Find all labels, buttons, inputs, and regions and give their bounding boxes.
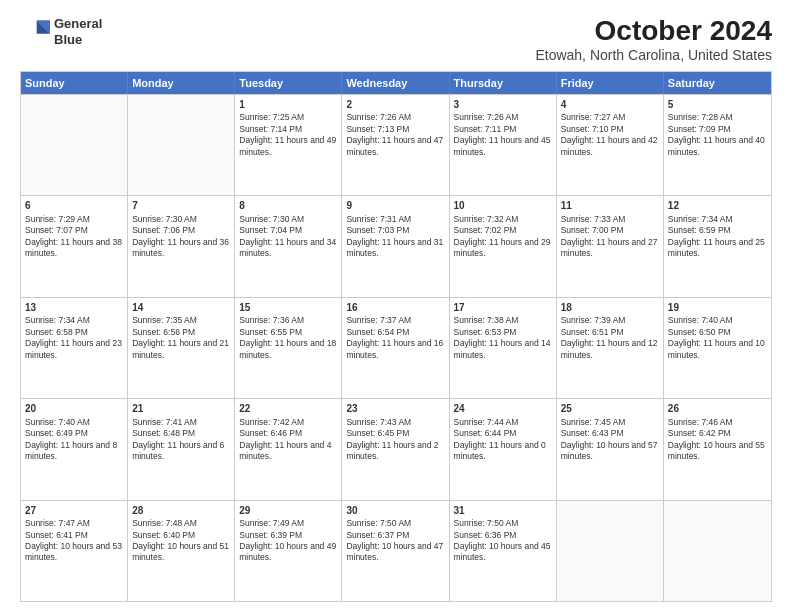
day-number: 9 (346, 199, 444, 213)
sunset: Sunset: 7:06 PM (132, 225, 230, 236)
sunrise: Sunrise: 7:50 AM (346, 518, 444, 529)
calendar-header-cell: Friday (557, 72, 664, 94)
page-subtitle: Etowah, North Carolina, United States (535, 47, 772, 63)
calendar-header-cell: Sunday (21, 72, 128, 94)
daylight: Daylight: 11 hours and 38 minutes. (25, 237, 123, 260)
sunset: Sunset: 7:07 PM (25, 225, 123, 236)
sunrise: Sunrise: 7:34 AM (25, 315, 123, 326)
daylight: Daylight: 11 hours and 18 minutes. (239, 338, 337, 361)
day-number: 19 (668, 301, 767, 315)
calendar-cell: 24Sunrise: 7:44 AMSunset: 6:44 PMDayligh… (450, 399, 557, 499)
day-number: 30 (346, 504, 444, 518)
calendar-header-cell: Monday (128, 72, 235, 94)
sunrise: Sunrise: 7:37 AM (346, 315, 444, 326)
calendar-cell: 19Sunrise: 7:40 AMSunset: 6:50 PMDayligh… (664, 298, 771, 398)
sunrise: Sunrise: 7:28 AM (668, 112, 767, 123)
sunrise: Sunrise: 7:43 AM (346, 417, 444, 428)
sunrise: Sunrise: 7:38 AM (454, 315, 552, 326)
sunrise: Sunrise: 7:45 AM (561, 417, 659, 428)
day-number: 3 (454, 98, 552, 112)
calendar-cell: 20Sunrise: 7:40 AMSunset: 6:49 PMDayligh… (21, 399, 128, 499)
sunset: Sunset: 6:59 PM (668, 225, 767, 236)
calendar-cell: 18Sunrise: 7:39 AMSunset: 6:51 PMDayligh… (557, 298, 664, 398)
daylight: Daylight: 11 hours and 14 minutes. (454, 338, 552, 361)
sunset: Sunset: 6:37 PM (346, 530, 444, 541)
sunset: Sunset: 6:40 PM (132, 530, 230, 541)
sunrise: Sunrise: 7:32 AM (454, 214, 552, 225)
sunrise: Sunrise: 7:41 AM (132, 417, 230, 428)
daylight: Daylight: 11 hours and 42 minutes. (561, 135, 659, 158)
calendar-cell: 31Sunrise: 7:50 AMSunset: 6:36 PMDayligh… (450, 501, 557, 601)
calendar-cell: 7Sunrise: 7:30 AMSunset: 7:06 PMDaylight… (128, 196, 235, 296)
calendar-cell (664, 501, 771, 601)
sunset: Sunset: 6:42 PM (668, 428, 767, 439)
daylight: Daylight: 10 hours and 49 minutes. (239, 541, 337, 564)
calendar-cell: 3Sunrise: 7:26 AMSunset: 7:11 PMDaylight… (450, 95, 557, 195)
daylight: Daylight: 11 hours and 47 minutes. (346, 135, 444, 158)
day-number: 1 (239, 98, 337, 112)
calendar-row: 27Sunrise: 7:47 AMSunset: 6:41 PMDayligh… (21, 500, 771, 601)
sunrise: Sunrise: 7:36 AM (239, 315, 337, 326)
day-number: 8 (239, 199, 337, 213)
calendar-cell: 17Sunrise: 7:38 AMSunset: 6:53 PMDayligh… (450, 298, 557, 398)
calendar-cell: 21Sunrise: 7:41 AMSunset: 6:48 PMDayligh… (128, 399, 235, 499)
daylight: Daylight: 11 hours and 23 minutes. (25, 338, 123, 361)
calendar-row: 6Sunrise: 7:29 AMSunset: 7:07 PMDaylight… (21, 195, 771, 296)
day-number: 16 (346, 301, 444, 315)
day-number: 4 (561, 98, 659, 112)
logo-icon (20, 17, 50, 47)
calendar-cell: 25Sunrise: 7:45 AMSunset: 6:43 PMDayligh… (557, 399, 664, 499)
calendar-cell: 12Sunrise: 7:34 AMSunset: 6:59 PMDayligh… (664, 196, 771, 296)
sunrise: Sunrise: 7:48 AM (132, 518, 230, 529)
day-number: 18 (561, 301, 659, 315)
page-title: October 2024 (535, 16, 772, 47)
sunrise: Sunrise: 7:46 AM (668, 417, 767, 428)
day-number: 21 (132, 402, 230, 416)
day-number: 13 (25, 301, 123, 315)
calendar-cell: 15Sunrise: 7:36 AMSunset: 6:55 PMDayligh… (235, 298, 342, 398)
sunset: Sunset: 6:56 PM (132, 327, 230, 338)
sunset: Sunset: 7:03 PM (346, 225, 444, 236)
sunset: Sunset: 6:51 PM (561, 327, 659, 338)
calendar-cell: 8Sunrise: 7:30 AMSunset: 7:04 PMDaylight… (235, 196, 342, 296)
sunset: Sunset: 7:09 PM (668, 124, 767, 135)
logo-line1: General (54, 16, 102, 32)
sunset: Sunset: 6:46 PM (239, 428, 337, 439)
sunrise: Sunrise: 7:26 AM (454, 112, 552, 123)
daylight: Daylight: 10 hours and 53 minutes. (25, 541, 123, 564)
calendar-cell: 22Sunrise: 7:42 AMSunset: 6:46 PMDayligh… (235, 399, 342, 499)
daylight: Daylight: 11 hours and 34 minutes. (239, 237, 337, 260)
calendar-body: 1Sunrise: 7:25 AMSunset: 7:14 PMDaylight… (21, 94, 771, 601)
day-number: 5 (668, 98, 767, 112)
day-number: 25 (561, 402, 659, 416)
sunrise: Sunrise: 7:35 AM (132, 315, 230, 326)
calendar-cell: 14Sunrise: 7:35 AMSunset: 6:56 PMDayligh… (128, 298, 235, 398)
calendar-header-cell: Wednesday (342, 72, 449, 94)
sunrise: Sunrise: 7:47 AM (25, 518, 123, 529)
day-number: 24 (454, 402, 552, 416)
sunset: Sunset: 7:02 PM (454, 225, 552, 236)
calendar-cell: 27Sunrise: 7:47 AMSunset: 6:41 PMDayligh… (21, 501, 128, 601)
sunset: Sunset: 7:11 PM (454, 124, 552, 135)
daylight: Daylight: 11 hours and 12 minutes. (561, 338, 659, 361)
daylight: Daylight: 10 hours and 55 minutes. (668, 440, 767, 463)
daylight: Daylight: 11 hours and 25 minutes. (668, 237, 767, 260)
calendar-cell: 28Sunrise: 7:48 AMSunset: 6:40 PMDayligh… (128, 501, 235, 601)
sunset: Sunset: 7:04 PM (239, 225, 337, 236)
sunset: Sunset: 6:53 PM (454, 327, 552, 338)
day-number: 12 (668, 199, 767, 213)
calendar-cell: 16Sunrise: 7:37 AMSunset: 6:54 PMDayligh… (342, 298, 449, 398)
sunset: Sunset: 7:14 PM (239, 124, 337, 135)
sunset: Sunset: 6:58 PM (25, 327, 123, 338)
daylight: Daylight: 11 hours and 6 minutes. (132, 440, 230, 463)
sunrise: Sunrise: 7:49 AM (239, 518, 337, 529)
calendar-cell: 26Sunrise: 7:46 AMSunset: 6:42 PMDayligh… (664, 399, 771, 499)
daylight: Daylight: 11 hours and 40 minutes. (668, 135, 767, 158)
calendar-cell: 1Sunrise: 7:25 AMSunset: 7:14 PMDaylight… (235, 95, 342, 195)
sunset: Sunset: 6:41 PM (25, 530, 123, 541)
calendar-cell: 4Sunrise: 7:27 AMSunset: 7:10 PMDaylight… (557, 95, 664, 195)
sunrise: Sunrise: 7:33 AM (561, 214, 659, 225)
calendar-cell: 23Sunrise: 7:43 AMSunset: 6:45 PMDayligh… (342, 399, 449, 499)
sunrise: Sunrise: 7:29 AM (25, 214, 123, 225)
calendar-row: 20Sunrise: 7:40 AMSunset: 6:49 PMDayligh… (21, 398, 771, 499)
